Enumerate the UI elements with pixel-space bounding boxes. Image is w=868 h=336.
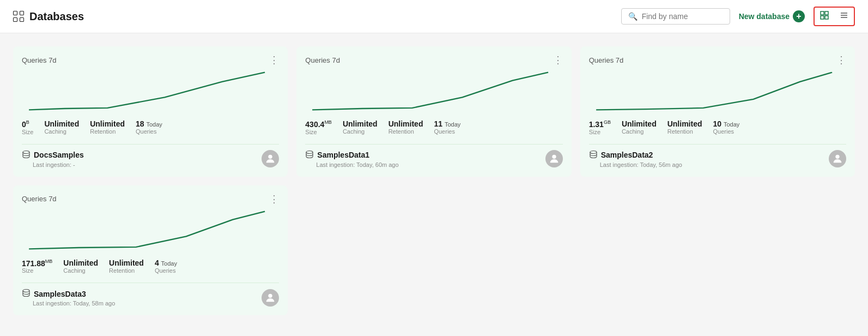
avatar xyxy=(545,150,563,167)
db-name-area: SamplesData1 Last ingestion: Today, 60m … xyxy=(305,150,398,168)
card-menu-button[interactable]: ⋮ xyxy=(836,55,846,65)
stat-retention-value: Unlimited xyxy=(109,259,144,267)
card-queries-label: Queries 7d xyxy=(22,56,57,64)
svg-point-9 xyxy=(306,151,313,153)
app-logo: Databases xyxy=(13,10,84,23)
card-footer: SamplesData1 Last ingestion: Today, 60m … xyxy=(305,144,562,168)
card-menu-button[interactable]: ⋮ xyxy=(269,55,279,65)
svg-point-12 xyxy=(835,155,839,159)
stat-size: 0B Size xyxy=(22,119,33,135)
svg-point-11 xyxy=(590,151,597,153)
svg-rect-2 xyxy=(821,16,824,19)
stats-row: 430.4MB Size Unlimited Caching Unlimited… xyxy=(305,119,562,135)
stat-caching-value: Unlimited xyxy=(622,119,657,128)
svg-point-7 xyxy=(23,151,29,153)
card-footer: SamplesData2 Last ingestion: Today, 56m … xyxy=(589,144,846,168)
database-card-samplesData2[interactable]: Queries 7d ⋮ 1.31GB Size Unlimited Cachi… xyxy=(580,46,855,177)
stat-queries-label: Queries xyxy=(713,128,739,135)
db-name-text: SamplesData3 xyxy=(34,290,86,298)
stat-retention-label: Retention xyxy=(667,128,702,135)
database-icon xyxy=(22,289,31,299)
db-name-text: SamplesData2 xyxy=(601,151,653,159)
stat-queries-value: 18 Today xyxy=(136,119,162,128)
avatar xyxy=(262,150,279,167)
stat-caching-value: Unlimited xyxy=(343,119,378,128)
card-queries-label: Queries 7d xyxy=(589,56,624,64)
new-database-button[interactable]: New database + xyxy=(739,10,805,22)
stat-caching-value: Unlimited xyxy=(63,259,98,267)
logo-icon xyxy=(13,11,24,22)
stat-size: 171.88MB Size xyxy=(22,259,52,274)
stat-queries-label: Queries xyxy=(434,128,460,135)
card-queries-label: Queries 7d xyxy=(305,56,340,64)
db-name-row: DocsSamples xyxy=(22,150,84,160)
search-box[interactable]: 🔍 xyxy=(621,8,730,25)
database-card-docsSamples[interactable]: Queries 7d ⋮ 0B Size Unlimited Caching U… xyxy=(13,46,288,177)
db-ingestion-text: Last ingestion: Today, 60m ago xyxy=(316,161,398,168)
stat-caching: Unlimited Caching xyxy=(44,119,79,135)
stat-size-label: Size xyxy=(22,267,52,274)
stat-caching: Unlimited Caching xyxy=(63,259,98,274)
list-view-button[interactable] xyxy=(834,8,854,25)
main-content: Queries 7d ⋮ 0B Size Unlimited Caching U… xyxy=(0,33,868,328)
card-menu-button[interactable]: ⋮ xyxy=(553,55,563,65)
db-ingestion-text: Last ingestion: Today, 56m ago xyxy=(600,161,682,168)
stat-queries: 4 Today Queries xyxy=(155,259,177,274)
view-toggle xyxy=(814,7,855,26)
stat-retention-label: Retention xyxy=(90,128,125,135)
card-header: Queries 7d ⋮ xyxy=(305,55,562,65)
svg-point-8 xyxy=(269,155,272,159)
stat-caching-label: Caching xyxy=(622,128,657,135)
stat-caching-label: Caching xyxy=(63,267,98,274)
database-icon xyxy=(305,150,314,160)
header: Databases 🔍 New database + xyxy=(0,0,868,33)
stat-caching: Unlimited Caching xyxy=(622,119,657,135)
stat-caching-label: Caching xyxy=(44,128,79,135)
db-name-row: SamplesData3 xyxy=(22,289,115,299)
page-title: Databases xyxy=(29,10,84,23)
chart-area xyxy=(305,69,562,113)
svg-point-10 xyxy=(552,155,556,159)
stat-size: 1.31GB Size xyxy=(589,119,611,135)
card-header: Queries 7d ⋮ xyxy=(22,194,279,204)
plus-circle-icon: + xyxy=(793,10,805,22)
stat-caching-label: Caching xyxy=(343,128,378,135)
stat-size-value: 171.88MB xyxy=(22,259,52,268)
db-name-area: DocsSamples Last ingestion: - xyxy=(22,150,84,168)
stat-queries-value: 4 Today xyxy=(155,259,177,267)
stat-retention-label: Retention xyxy=(389,128,423,135)
card-menu-button[interactable]: ⋮ xyxy=(269,194,279,204)
database-card-samplesData1[interactable]: Queries 7d ⋮ 430.4MB Size Unlimited Cach… xyxy=(296,46,571,177)
stat-size-label: Size xyxy=(22,129,33,135)
stat-queries: 11 Today Queries xyxy=(434,119,460,135)
stat-size-label: Size xyxy=(589,129,611,135)
search-input[interactable] xyxy=(642,12,723,21)
stat-queries-label: Queries xyxy=(136,128,162,135)
grid-view-button[interactable] xyxy=(815,8,834,25)
stat-caching: Unlimited Caching xyxy=(343,119,378,135)
stat-retention-value: Unlimited xyxy=(389,119,423,128)
stat-size-label: Size xyxy=(305,129,332,135)
search-icon: 🔍 xyxy=(628,12,638,21)
stat-retention: Unlimited Retention xyxy=(389,119,423,135)
svg-point-14 xyxy=(269,293,272,297)
stat-retention-label: Retention xyxy=(109,267,144,274)
db-name-row: SamplesData2 xyxy=(589,150,682,160)
chart-area xyxy=(22,69,279,113)
db-name-area: SamplesData2 Last ingestion: Today, 56m … xyxy=(589,150,682,168)
database-card-samplesData3[interactable]: Queries 7d ⋮ 171.88MB Size Unlimited Cac… xyxy=(13,185,288,316)
card-footer: SamplesData3 Last ingestion: Today, 58m … xyxy=(22,283,279,307)
stat-queries-value: 10 Today xyxy=(713,119,739,128)
db-name-area: SamplesData3 Last ingestion: Today, 58m … xyxy=(22,289,115,307)
databases-grid: Queries 7d ⋮ 0B Size Unlimited Caching U… xyxy=(13,46,855,315)
stats-row: 171.88MB Size Unlimited Caching Unlimite… xyxy=(22,259,279,274)
stat-retention-value: Unlimited xyxy=(667,119,702,128)
database-icon xyxy=(589,150,598,160)
card-header: Queries 7d ⋮ xyxy=(22,55,279,65)
svg-rect-3 xyxy=(825,16,828,19)
stat-retention: Unlimited Retention xyxy=(109,259,144,274)
chart-area xyxy=(22,208,279,252)
stat-retention: Unlimited Retention xyxy=(667,119,702,135)
db-name-row: SamplesData1 xyxy=(305,150,398,160)
stat-size-value: 430.4MB xyxy=(305,119,332,129)
